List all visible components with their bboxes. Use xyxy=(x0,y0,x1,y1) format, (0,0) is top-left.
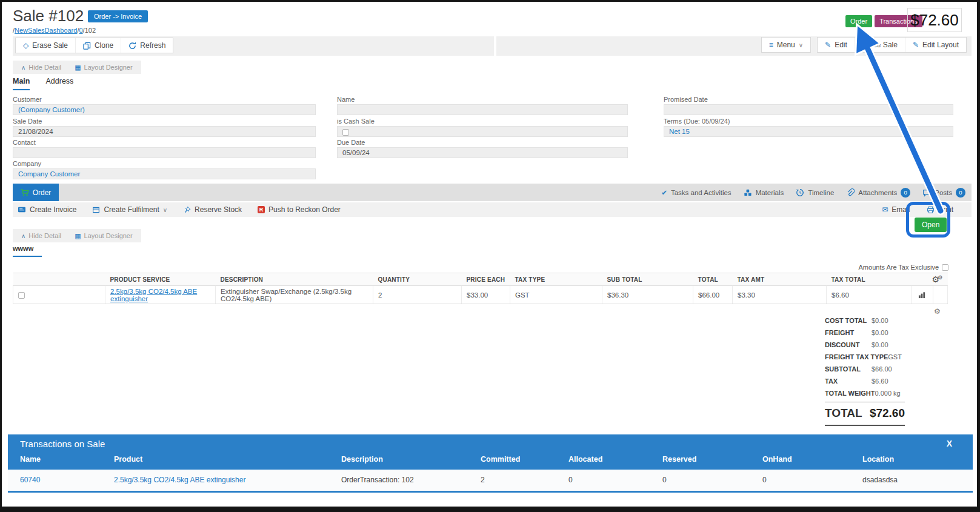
product-link[interactable]: 2.5kg/3.5kg CO2/4.5kg ABE extinguisher xyxy=(110,288,197,302)
trow-reserved-cell: 0 xyxy=(662,470,762,491)
edit-layout-label: Edit Layout xyxy=(922,41,959,49)
row-product-cell: 2.5kg/3.5kg CO2/4.5kg ABE extinguisher xyxy=(105,286,216,304)
col-total: TOTAL xyxy=(693,273,733,286)
order-actions-left: Create Invoice Create Fulfilment ∨ Reser… xyxy=(13,205,341,214)
row-tax-amt-cell: $3.30 xyxy=(733,286,827,304)
check-icon: ✔ xyxy=(661,188,667,197)
pin-icon xyxy=(183,206,191,214)
row-total-cell: $66.00 xyxy=(693,286,733,304)
promised-date-field[interactable] xyxy=(664,104,953,115)
line-items-table: PRODUCT SERVICE DESCRIPTION QUANTITY PRI… xyxy=(13,273,948,304)
contact-field[interactable] xyxy=(13,147,316,158)
tcol-committed: Committed xyxy=(481,453,568,470)
reserve-stock-label: Reserve Stock xyxy=(195,205,242,214)
chevron-down-icon: ∨ xyxy=(799,42,803,48)
chevron-down-icon: ∨ xyxy=(163,207,167,213)
col-tax-amt: TAX AMT xyxy=(733,273,827,286)
hide-detail-label: Hide Detail xyxy=(28,64,61,71)
create-fulfilment-label: Create Fulfilment xyxy=(104,205,159,214)
transaction-name-link[interactable]: 60740 xyxy=(20,476,40,484)
totals-row-subtotal: SUBTOTAL$66.00 xyxy=(825,365,905,373)
is-cash-sale-label: is Cash Sale xyxy=(337,118,375,125)
is-cash-sale-checkbox[interactable] xyxy=(342,129,349,136)
row-spacer-cell xyxy=(933,286,948,304)
order-tab-label: Order xyxy=(33,188,52,197)
terms-label: Terms (Due: 05/09/24) xyxy=(664,118,730,125)
create-fulfilment-button[interactable]: Create Fulfilment ∨ xyxy=(92,205,167,214)
customer-field[interactable]: (Company Customer) xyxy=(13,104,316,115)
hide-detail-button[interactable]: ∧ Hide Detail xyxy=(21,64,61,71)
materials-link[interactable]: Materials xyxy=(744,188,784,197)
layout-designer-button-2[interactable]: ▦ Layout Designer xyxy=(75,232,133,240)
tab-wwww[interactable]: wwww xyxy=(13,245,33,252)
edit-button[interactable]: ✎ Edit xyxy=(818,38,855,52)
breadcrumb-dashboard-link[interactable]: NewSalesDashboard xyxy=(15,27,77,34)
totals-row-discount: DISCOUNT$0.00 xyxy=(825,341,905,348)
order-status-badge[interactable]: Order xyxy=(845,15,872,27)
tab-main[interactable]: Main xyxy=(13,77,30,90)
push-to-reckon-button[interactable]: R Push to Reckon Order xyxy=(258,205,341,214)
col-price-each: PRICE EACH xyxy=(462,273,510,286)
transaction-product-link[interactable]: 2.5kg/3.5kg CO2/4.5kg ABE extinguisher xyxy=(114,476,245,484)
grid-icon: ▦ xyxy=(75,232,81,240)
reserve-stock-button[interactable]: Reserve Stock xyxy=(183,205,242,214)
trow-product-cell: 2.5kg/3.5kg CO2/4.5kg ABE extinguisher xyxy=(114,470,341,491)
open-button[interactable]: Open xyxy=(915,218,947,232)
freight-label: FREIGHT xyxy=(825,329,872,336)
close-sale-button[interactable]: Close Sale xyxy=(855,38,905,52)
pencil-icon: ✎ xyxy=(825,41,831,49)
hamburger-icon: ≡ xyxy=(769,41,773,49)
detail-bar-top: ∧ Hide Detail ▦ Layout Designer xyxy=(13,61,141,74)
trow-onhand-cell: 0 xyxy=(762,470,862,491)
reckon-icon: R xyxy=(258,206,265,213)
order-tab[interactable]: Order xyxy=(13,184,59,201)
erase-sale-button[interactable]: ◇ Erase Sale xyxy=(16,38,76,53)
row-sub-total-cell: $36.30 xyxy=(602,286,693,304)
layout-designer-label: Layout Designer xyxy=(84,64,133,71)
attachments-link[interactable]: Attachments 0 xyxy=(846,188,910,198)
name-field[interactable] xyxy=(337,104,628,115)
terms-field[interactable]: Net 15 xyxy=(664,126,953,137)
tax-value: $6.60 xyxy=(872,377,888,385)
row-checkbox[interactable] xyxy=(18,292,25,299)
sale-detail-page: Sale #102 Order -> Invoice /NewSalesDash… xyxy=(0,0,980,512)
detail-bar-lines: ∧ Hide Detail ▦ Layout Designer xyxy=(13,229,141,242)
print-button[interactable]: Print xyxy=(927,205,953,214)
posts-link[interactable]: Posts 0 xyxy=(922,188,965,198)
edit-layout-button[interactable]: ✎ Edit Layout xyxy=(905,38,966,52)
refresh-button[interactable]: Refresh xyxy=(121,38,173,53)
timeline-link[interactable]: Timeline xyxy=(796,188,834,197)
totals-row-cost-total: COST TOTAL$0.00 xyxy=(825,317,905,324)
clone-button[interactable]: Clone xyxy=(76,38,121,53)
tcol-product: Product xyxy=(114,453,341,470)
due-date-field[interactable]: 05/09/24 xyxy=(337,147,628,158)
close-icon[interactable]: X xyxy=(947,439,961,448)
totals-settings-gear-icon[interactable]: ⚙ xyxy=(934,307,941,316)
email-button[interactable]: ✉ Email xyxy=(882,205,910,214)
discount-value: $0.00 xyxy=(872,341,888,348)
trow-committed-cell: 2 xyxy=(481,470,568,491)
company-field[interactable]: Company Customer xyxy=(13,168,316,179)
row-tax-type-cell: GST xyxy=(510,286,602,304)
create-invoice-button[interactable]: Create Invoice xyxy=(18,205,76,214)
pencil-filled-icon: ✎ xyxy=(913,41,919,49)
subtotal-label: SUBTOTAL xyxy=(825,365,872,373)
sale-date-field[interactable]: 21/08/2024 xyxy=(13,126,316,137)
materials-label: Materials xyxy=(756,189,784,196)
chevron-up-icon: ∧ xyxy=(21,233,25,239)
bar-chart-icon[interactable] xyxy=(918,291,926,299)
tax-label: TAX xyxy=(825,377,872,385)
company-label: Company xyxy=(13,160,41,167)
layout-designer-button[interactable]: ▦ Layout Designer xyxy=(75,64,133,71)
col-sub-total: SUB TOTAL xyxy=(602,273,693,286)
hide-detail-button-2[interactable]: ∧ Hide Detail xyxy=(21,232,61,239)
contact-label: Contact xyxy=(13,139,36,146)
menu-group: ≡ Menu ∨ xyxy=(761,37,811,53)
tab-address[interactable]: Address xyxy=(45,77,73,90)
row-description-cell: Extinguisher Swap/Exchange (2.5kg/3.5kg … xyxy=(216,286,373,304)
tax-exclusive-checkbox[interactable] xyxy=(942,264,948,271)
subtotal-value: $66.00 xyxy=(872,365,892,373)
tasks-and-activities-link[interactable]: ✔ Tasks and Activities xyxy=(661,188,731,197)
order-action-bar: Create Invoice Create Fulfilment ∨ Reser… xyxy=(13,202,972,217)
menu-button[interactable]: ≡ Menu ∨ xyxy=(762,38,810,52)
